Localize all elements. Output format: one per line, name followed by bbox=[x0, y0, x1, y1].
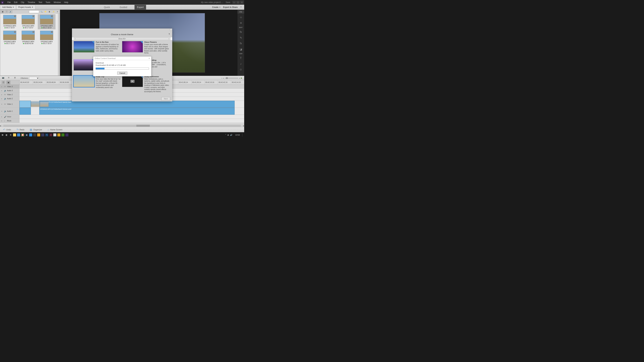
premiere-icon[interactable] bbox=[53, 133, 56, 136]
panel-menu-icon[interactable]: ≡ bbox=[56, 10, 59, 13]
ps-icon[interactable]: Ps bbox=[45, 133, 48, 136]
menu-timeline[interactable]: Timeline bbox=[26, 1, 37, 3]
app-icon-1[interactable] bbox=[17, 133, 20, 136]
zoom-control[interactable]: ▫ ▪ ▪ ▶ bbox=[221, 77, 242, 79]
nvidia-icon[interactable] bbox=[62, 133, 64, 136]
camera-icon[interactable]: 📷 bbox=[2, 77, 5, 80]
export-share-button[interactable]: Export & Share bbox=[223, 6, 238, 8]
chrome-icon[interactable] bbox=[21, 133, 24, 136]
zoom-slider[interactable] bbox=[225, 78, 238, 78]
start-icon[interactable]: ⊞ bbox=[1, 133, 4, 136]
timeline-hscroll[interactable]: ◂▸ bbox=[0, 124, 244, 127]
network-icon[interactable]: 🖧 bbox=[227, 134, 229, 136]
menu-tools[interactable]: Tools bbox=[44, 1, 52, 3]
asset-item[interactable]: GOPR8423.MP400:17:32:57 bbox=[1, 14, 18, 29]
next-button[interactable]: Next bbox=[161, 97, 170, 100]
add-media-button[interactable]: Add Media▼ bbox=[0, 5, 16, 9]
asset-item[interactable]: GP018423.MP400:17:32:57 bbox=[19, 14, 37, 29]
filter-next-icon[interactable]: » bbox=[168, 38, 170, 40]
close-button[interactable]: ✕ bbox=[240, 1, 244, 4]
asset-item[interactable]: GP038423.MP400:17:32:57 bbox=[1, 30, 18, 45]
cti-icon[interactable]: ◆ bbox=[6, 81, 10, 84]
download-close-icon[interactable]: × bbox=[148, 57, 150, 60]
fix-tab[interactable]: FIX bbox=[238, 10, 244, 13]
save-label[interactable]: Save bbox=[226, 1, 232, 3]
explorer-icon[interactable] bbox=[13, 133, 16, 136]
dialog-titlebar[interactable] bbox=[72, 28, 172, 31]
theme-filter[interactable]: « Show All▾ » bbox=[74, 37, 170, 40]
copy-icon[interactable]: ⧉ bbox=[8, 77, 11, 80]
volume-icon[interactable]: 🔊 bbox=[230, 134, 232, 136]
timeline-clip[interactable]: GP028423.MP4 [A] Rubberband:Volume:Level bbox=[39, 108, 234, 115]
tab-guided[interactable]: Guided bbox=[117, 5, 130, 9]
menu-help[interactable]: Help bbox=[62, 1, 70, 3]
app-icon-6[interactable] bbox=[57, 133, 60, 136]
project-assets-button[interactable]: Project Assets▼ bbox=[16, 5, 36, 9]
app-icon-2[interactable] bbox=[29, 133, 32, 136]
theme-item[interactable]: Road TripGive your video the feel of an … bbox=[74, 76, 122, 93]
fx2-icon[interactable]: fx bbox=[239, 41, 243, 45]
adjust-icon[interactable]: ⊹ bbox=[239, 15, 243, 19]
taskview-icon[interactable]: ◧ bbox=[5, 133, 8, 136]
system-tray[interactable]: ˄🖧🔊 bbox=[225, 134, 234, 136]
folder-icon[interactable]: 📁 bbox=[44, 10, 47, 13]
render-button[interactable]: ▶ bbox=[241, 77, 242, 79]
filter-prev-icon[interactable]: « bbox=[75, 38, 76, 40]
emoji-icon[interactable]: ☺ bbox=[239, 67, 243, 71]
timeline-clip[interactable] bbox=[20, 101, 31, 108]
cancel-button[interactable]: Cancel bbox=[117, 71, 127, 75]
theme-item[interactable]: Fun in the SunShare memories of outdoor … bbox=[74, 41, 122, 54]
download-title[interactable]: Online Content Download × bbox=[93, 56, 151, 60]
app-icon-7[interactable] bbox=[66, 133, 68, 136]
theme-item[interactable]: Scary HalloweenMake tombstones, jack-o-l… bbox=[122, 76, 170, 93]
zoom-out-icon[interactable]: ▫ bbox=[221, 77, 222, 79]
transitions-icon[interactable]: ◪ bbox=[239, 47, 243, 51]
menu-text[interactable]: Text bbox=[37, 1, 44, 3]
app-icon-5[interactable] bbox=[41, 133, 44, 136]
theme-item[interactable]: Glass FlowersCreate your movie with a th… bbox=[122, 41, 170, 54]
zoom-in-icon[interactable]: ▪ bbox=[239, 77, 240, 79]
chevron-up-icon[interactable]: ˄ bbox=[225, 134, 226, 136]
menu-clip[interactable]: Clip bbox=[19, 1, 26, 3]
settings-gear-icon[interactable]: ⚙ bbox=[240, 6, 243, 8]
zoom-small-icon[interactable]: ▪ bbox=[223, 77, 224, 79]
fx-icon[interactable]: fx bbox=[239, 30, 243, 34]
tab-quick[interactable]: Quick bbox=[102, 5, 112, 9]
thumb-view-icon[interactable]: ☐ bbox=[5, 10, 8, 13]
asset-item[interactable]: GP048423.MP400:00:43:39 bbox=[19, 30, 37, 45]
menu-edit[interactable]: Edit bbox=[12, 1, 19, 3]
menu-file[interactable]: File bbox=[6, 1, 12, 3]
app-icon-3[interactable] bbox=[33, 133, 36, 136]
asset-item[interactable]: GP038423.MP400:17:32:57 bbox=[38, 30, 56, 45]
markers-dropdown[interactable]: ◇ Markers bbox=[20, 77, 39, 79]
asset-item[interactable]: GP028423.MP400:17:32:57 bbox=[38, 14, 56, 29]
assets-search-input[interactable] bbox=[29, 10, 39, 13]
redo-button[interactable]: ↷Redo bbox=[15, 127, 26, 132]
brush-icon[interactable]: ✎ bbox=[239, 36, 243, 40]
steam-icon[interactable]: ◉ bbox=[25, 133, 28, 136]
timeline-trash-icon[interactable]: 🗑 bbox=[14, 77, 17, 80]
show-desktop[interactable] bbox=[242, 133, 243, 137]
minimize-button[interactable]: — bbox=[232, 1, 236, 4]
tab-expert[interactable]: Expert bbox=[134, 5, 146, 9]
trash-icon[interactable]: 🗑 bbox=[48, 10, 51, 13]
titles-icon[interactable]: T bbox=[239, 56, 243, 60]
maximize-button[interactable]: ▢ bbox=[236, 1, 240, 4]
timeline-clip[interactable] bbox=[20, 108, 31, 115]
search-icon[interactable]: 🔍 bbox=[40, 10, 43, 13]
settings-icon[interactable]: ⚙ bbox=[9, 133, 12, 136]
undo-button[interactable]: ↶Undo bbox=[2, 127, 12, 132]
organizer-button[interactable]: ▦Organizer bbox=[28, 127, 44, 132]
timeline-clip[interactable]: GP028423.MP4 [V] Rubberband:Opacity:Opac bbox=[39, 101, 234, 108]
assets-scrollbar[interactable] bbox=[58, 13, 60, 76]
help-icon[interactable]: ? bbox=[168, 33, 170, 35]
tools-icon[interactable]: ✕ bbox=[239, 21, 243, 25]
menu-window[interactable]: Window bbox=[52, 1, 62, 3]
audio-view-icon[interactable]: 🔊 bbox=[9, 10, 12, 13]
id-icon[interactable]: Id bbox=[49, 133, 52, 136]
home-button[interactable]: ⌂Home Screen bbox=[46, 128, 64, 132]
snap-icon[interactable]: ☷ bbox=[1, 81, 5, 84]
create-button[interactable]: Create▼ bbox=[212, 6, 220, 8]
wand-icon[interactable]: ✨ bbox=[52, 10, 55, 13]
clock[interactable]: 13:53 bbox=[235, 134, 241, 136]
